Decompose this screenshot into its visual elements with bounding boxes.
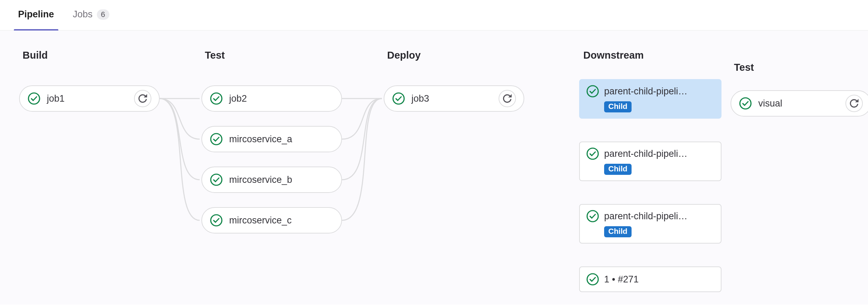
- downstream-label: parent-child-pipeli…: [604, 211, 687, 222]
- child-badge: Child: [604, 164, 632, 175]
- svg-point-5: [393, 93, 404, 104]
- tab-jobs-label: Jobs: [73, 9, 93, 20]
- tab-jobs-count-badge: 6: [97, 9, 109, 20]
- retry-icon: [850, 99, 859, 108]
- status-passed-icon: [586, 273, 599, 286]
- job-label: mircoservice_a: [229, 134, 292, 145]
- downstream-label: 1 • #271: [604, 274, 639, 285]
- stage-header-build: Build: [23, 50, 48, 61]
- job-label: mircoservice_b: [229, 175, 292, 185]
- downstream-label: parent-child-pipeli…: [604, 148, 687, 159]
- job-label: mircoservice_c: [229, 215, 292, 226]
- job-pill-mircoservice-c[interactable]: mircoservice_c: [201, 207, 342, 233]
- job-pill-mircoservice-b[interactable]: mircoservice_b: [201, 167, 342, 193]
- job-label: job1: [47, 93, 65, 104]
- tab-pipeline-label: Pipeline: [18, 9, 54, 20]
- tab-pipeline[interactable]: Pipeline: [14, 3, 58, 30]
- downstream-card-3[interactable]: 1 • #271: [579, 266, 721, 292]
- svg-point-8: [587, 211, 598, 222]
- job-pill-job1[interactable]: job1: [19, 85, 160, 112]
- status-passed-icon: [210, 173, 223, 186]
- svg-point-7: [587, 148, 598, 159]
- job-label: visual: [758, 98, 782, 109]
- job-pill-job3[interactable]: job3: [384, 85, 524, 112]
- status-passed-icon: [27, 92, 41, 105]
- svg-point-0: [28, 93, 40, 104]
- job-label: job2: [229, 93, 247, 104]
- status-passed-icon: [392, 92, 405, 105]
- tab-jobs[interactable]: Jobs 6: [69, 3, 114, 30]
- downstream-card-2[interactable]: parent-child-pipeli… Child: [579, 204, 721, 244]
- status-passed-icon: [210, 133, 223, 146]
- stage-header-deploy: Deploy: [387, 50, 421, 61]
- status-passed-icon: [210, 214, 223, 227]
- downstream-card-0[interactable]: parent-child-pipeli… Child: [579, 79, 721, 119]
- retry-icon: [503, 94, 512, 103]
- status-passed-icon: [586, 210, 599, 223]
- svg-point-4: [211, 215, 222, 226]
- svg-point-1: [211, 93, 222, 104]
- job-pill-job2[interactable]: job2: [201, 85, 342, 112]
- status-passed-icon: [586, 147, 599, 160]
- stage-header-downstream: Downstream: [583, 50, 644, 61]
- job-label: job3: [411, 93, 429, 104]
- svg-point-3: [211, 174, 222, 185]
- retry-button[interactable]: [499, 90, 516, 107]
- svg-point-10: [740, 98, 751, 109]
- downstream-card-1[interactable]: parent-child-pipeli… Child: [579, 142, 721, 181]
- retry-button[interactable]: [845, 95, 863, 112]
- downstream-label: parent-child-pipeli…: [604, 86, 687, 97]
- child-badge: Child: [604, 101, 632, 112]
- status-passed-icon: [586, 85, 599, 98]
- retry-button[interactable]: [134, 90, 151, 107]
- stage-header-test: Test: [205, 50, 225, 61]
- status-passed-icon: [739, 97, 752, 110]
- stage-header-test-2: Test: [734, 62, 754, 73]
- svg-point-2: [211, 134, 222, 145]
- pipeline-tabs: Pipeline Jobs 6: [0, 0, 868, 31]
- svg-point-6: [587, 86, 598, 97]
- child-badge: Child: [604, 226, 632, 237]
- job-pill-visual[interactable]: visual: [731, 90, 868, 117]
- svg-point-9: [587, 274, 598, 285]
- status-passed-icon: [210, 92, 223, 105]
- retry-icon: [138, 94, 147, 103]
- pipeline-graph: Build job1 Test job2 mircoservice_a mirc…: [0, 31, 868, 305]
- job-pill-mircoservice-a[interactable]: mircoservice_a: [201, 126, 342, 152]
